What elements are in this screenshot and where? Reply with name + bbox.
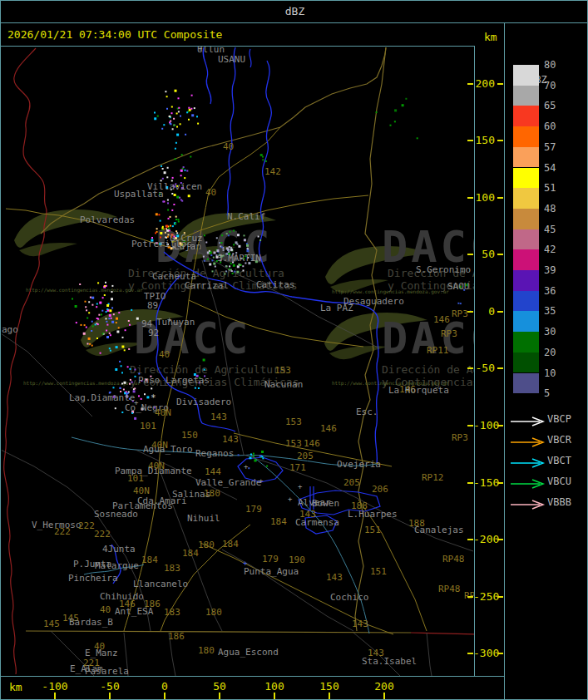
- map-path: [202, 423, 235, 431]
- map-town-label: RP3: [441, 329, 457, 338]
- map-town-label: 190: [289, 555, 305, 564]
- radar-echo-pixel: [237, 234, 240, 236]
- radar-echo-pixel: [213, 263, 215, 265]
- scale-color-block: [513, 188, 539, 209]
- radar-echo-pixel: [162, 178, 164, 180]
- radar-echo-pixel: [221, 246, 223, 248]
- radar-echo-pixel: [111, 285, 113, 287]
- radar-echo-pixel: [230, 247, 232, 249]
- radar-echo-pixel: [188, 107, 190, 109]
- radar-echo-pixel: [166, 225, 168, 228]
- scale-color-block: [513, 65, 539, 86]
- radar-echo-pixel: [250, 454, 252, 456]
- radar-echo-pixel: [204, 234, 205, 236]
- radar-echo-pixel: [198, 387, 200, 389]
- y-tick-mark: [467, 539, 473, 540]
- radar-echo-pixel: [99, 302, 101, 304]
- radar-echo-pixel: [225, 274, 226, 275]
- radar-echo-pixel: [203, 256, 205, 258]
- map-town-label: 180: [198, 646, 215, 655]
- radar-echo-pixel: [111, 298, 113, 300]
- y-tick-mark: [467, 311, 473, 313]
- map-town-label: 153: [285, 439, 302, 448]
- radar-echo-pixel: [106, 324, 108, 326]
- radar-echo-pixel: [89, 343, 91, 345]
- radar-echo-pixel: [180, 116, 181, 117]
- radar-echo-pixel: [229, 231, 230, 233]
- radar-echo-pixel: [166, 229, 169, 232]
- scale-color-block: [513, 86, 539, 106]
- radar-echo-pixel: [229, 269, 230, 270]
- map-town-label: 145: [43, 619, 60, 629]
- radar-echo-pixel: [116, 322, 117, 323]
- map-town-label: 142: [264, 167, 281, 176]
- radar-echo-pixel: [123, 389, 125, 391]
- radar-echo-pixel: [109, 314, 111, 317]
- scale-color-block: [513, 373, 539, 394]
- y-tick-mark: [467, 367, 473, 369]
- y-tick-mark: [467, 596, 473, 598]
- radar-echo-pixel: [154, 117, 156, 120]
- radar-echo-pixel: [219, 242, 220, 244]
- scale-color-block: [513, 168, 539, 189]
- map-town-label: 101: [127, 474, 144, 483]
- radar-echo-pixel: [417, 137, 418, 139]
- map-town-label: Nacunan: [264, 380, 303, 389]
- map-town-label: 101: [140, 421, 156, 431]
- radar-echo-pixel: [166, 108, 168, 110]
- radar-echo-pixel: [212, 270, 214, 272]
- y-tick-label: -150: [473, 476, 495, 489]
- x-tick-label: -50: [90, 680, 130, 693]
- radar-echo-pixel: [165, 91, 166, 92]
- map-town-label: 143: [352, 619, 368, 629]
- radar-echo-pixel: [228, 234, 230, 236]
- radar-echo-pixel: [171, 112, 173, 114]
- radar-map[interactable]: DACCDACCDACCDACCDirección de Agricultura…: [2, 47, 474, 676]
- radar-echo-pixel: [163, 124, 165, 126]
- station-cross-marker: +: [167, 316, 171, 323]
- map-town-label: ago: [2, 325, 18, 334]
- scale-value-label: 65: [544, 100, 556, 111]
- radar-echo-pixel: [196, 116, 198, 117]
- map-town-label: 89: [147, 301, 158, 310]
- map-town-label: 92: [148, 328, 159, 338]
- radar-echo-pixel: [129, 324, 131, 326]
- map-town-label: 143: [326, 573, 343, 582]
- radar-echo-pixel: [96, 303, 98, 305]
- scale-color-block: [513, 147, 539, 168]
- map-town-label: La Horqueta: [388, 386, 449, 395]
- station-cross-marker: +: [244, 463, 248, 470]
- radar-echo-pixel: [226, 233, 228, 234]
- radar-echo-pixel: [157, 116, 159, 117]
- map-town-label: Reganos: [195, 449, 234, 458]
- radar-echo-pixel: [178, 111, 180, 112]
- radar-echo-pixel: [116, 331, 119, 333]
- radar-echo-pixel: [179, 197, 180, 199]
- radar-echo-pixel: [186, 170, 188, 172]
- x-tick-label: -100: [35, 680, 75, 693]
- vector-legend-label: VBCT: [547, 455, 571, 466]
- scale-color-block: [513, 270, 539, 291]
- map-town-label: 184: [270, 517, 287, 526]
- y-tick-mark: [497, 539, 503, 540]
- radar-echo-pixel: [130, 379, 131, 381]
- map-town-label: RP11: [427, 346, 449, 355]
- scale-value-label: 10: [544, 367, 556, 379]
- radar-echo-pixel: [136, 318, 139, 320]
- radar-echo-pixel: [158, 214, 160, 215]
- radar-echo-pixel: [231, 270, 233, 272]
- radar-echo-pixel: [90, 297, 91, 298]
- map-town-label: Pampa_Diamante: [115, 466, 192, 476]
- radar-echo-pixel: [238, 264, 240, 266]
- radar-echo-pixel: [175, 148, 176, 150]
- radar-echo-pixel: [394, 121, 396, 122]
- radar-echo-pixel: [134, 417, 136, 420]
- radar-echo-pixel: [105, 282, 106, 283]
- map-town-label: 153: [274, 366, 291, 375]
- radar-echo-pixel: [235, 241, 238, 244]
- radar-echo-pixel: [109, 309, 111, 312]
- radar-echo-pixel: [176, 196, 179, 199]
- radar-echo-pixel: [260, 154, 263, 156]
- map-path: [411, 633, 474, 634]
- radar-echo-pixel: [176, 113, 178, 115]
